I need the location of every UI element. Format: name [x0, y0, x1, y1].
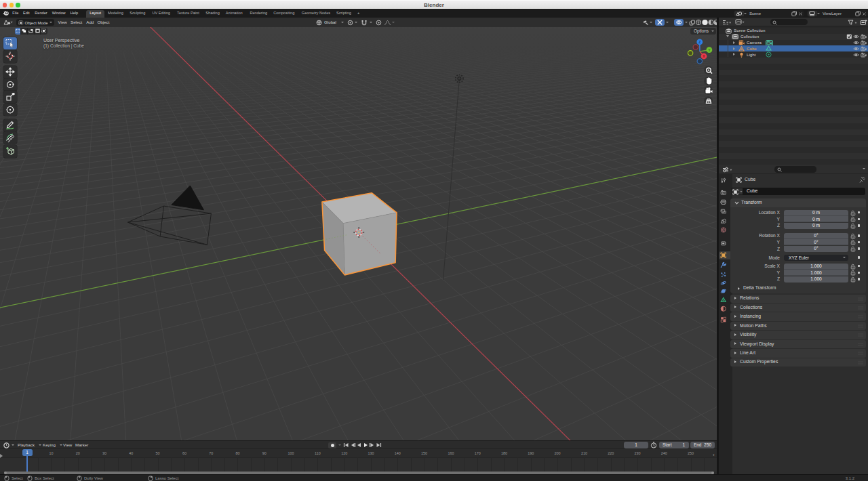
svg-text:Z: Z [698, 40, 701, 44]
